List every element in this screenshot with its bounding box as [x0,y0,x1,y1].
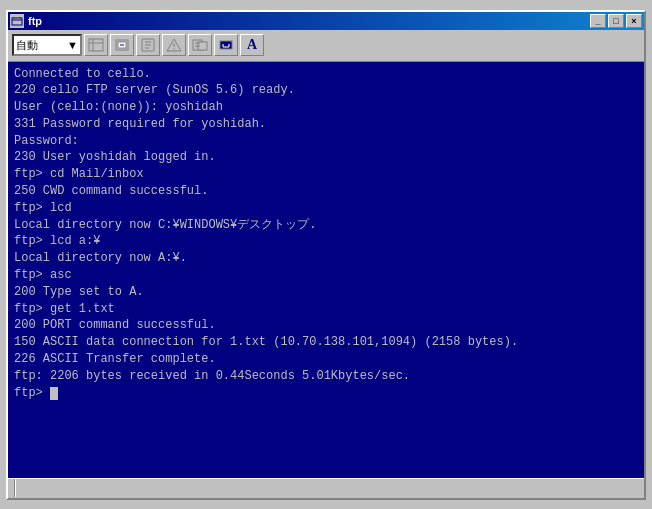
terminal-line: ftp> cd Mail/inbox [14,166,638,183]
terminal-line: 200 Type set to A. [14,284,638,301]
dropdown-arrow-icon: ▼ [67,39,78,51]
dropdown-selector[interactable]: 自動 ▼ [12,34,82,56]
terminal-line: Local directory now C:¥WINDOWS¥デスクトップ. [14,217,638,234]
terminal-line: ftp> asc [14,267,638,284]
terminal-output[interactable]: Connected to cello.220 cello FTP server … [8,62,644,478]
toolbar-btn-3[interactable] [136,34,160,56]
toolbar-btn-6[interactable] [214,34,238,56]
terminal-line: ftp> get 1.txt [14,301,638,318]
maximize-button[interactable]: □ [608,14,624,28]
terminal-line: 250 CWD command successful. [14,183,638,200]
cursor-blink [50,387,58,400]
terminal-line: ftp: 2206 bytes received in 0.44Seconds … [14,368,638,385]
terminal-line: 226 ASCII Transfer complete. [14,351,638,368]
terminal-line: Connected to cello. [14,66,638,83]
toolbar-btn-1[interactable] [84,34,108,56]
toolbar-btn-2[interactable] [110,34,134,56]
toolbar-btn-5[interactable] [188,34,212,56]
svg-rect-0 [12,18,22,25]
svg-rect-4 [89,39,103,51]
terminal-line: User (cello:(none)): yoshidah [14,99,638,116]
terminal-line: ftp> [14,385,638,402]
terminal-line: Password: [14,133,638,150]
font-a-button[interactable]: A [240,34,264,56]
terminal-line: 331 Password required for yoshidah. [14,116,638,133]
window-title: ftp [28,15,42,27]
status-bar [8,478,644,498]
close-button[interactable]: × [626,14,642,28]
toolbar-btn-4[interactable] [162,34,186,56]
terminal-line: ftp> lcd [14,200,638,217]
terminal-line: 200 PORT command successful. [14,317,638,334]
terminal-line: 150 ASCII data connection for 1.txt (10.… [14,334,638,351]
title-buttons: _ □ × [590,14,642,28]
terminal-line: Local directory now A:¥. [14,250,638,267]
toolbar: 自動 ▼ [8,30,644,62]
title-bar: ftp _ □ × [8,12,644,30]
terminal-line: 220 cello FTP server (SunOS 5.6) ready. [14,82,638,99]
svg-point-16 [173,48,174,49]
svg-rect-21 [220,41,232,49]
app-icon [10,14,24,28]
ftp-window: ftp _ □ × 自動 ▼ [6,10,646,500]
dropdown-label: 自動 [16,38,38,53]
minimize-button[interactable]: _ [590,14,606,28]
status-separator [14,479,16,497]
terminal-line: ftp> lcd a:¥ [14,233,638,250]
title-bar-left: ftp [10,14,42,28]
terminal-line: 230 User yoshidah logged in. [14,149,638,166]
